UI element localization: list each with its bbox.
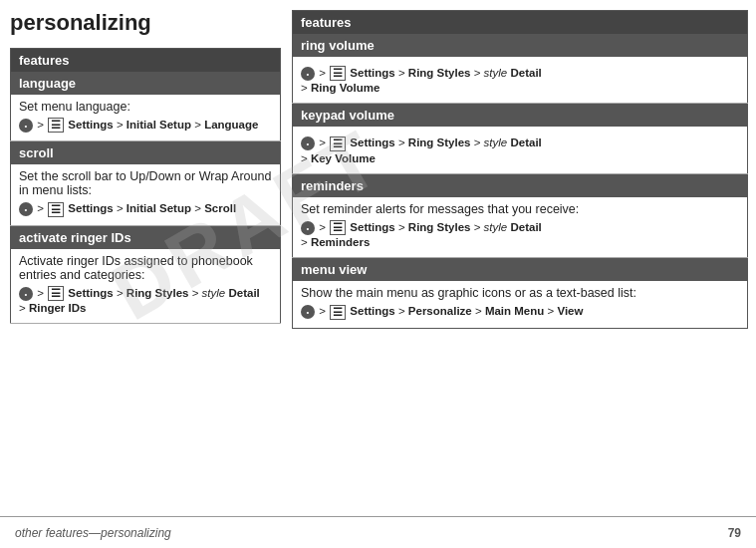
nav-gt4-ringer: > — [19, 302, 29, 314]
nav-gt2-rv: > — [398, 67, 408, 79]
left-section-language-label: language — [11, 72, 281, 95]
nav-detail-rv: Detail — [510, 67, 541, 79]
nav-settings-lang: Settings — [68, 119, 113, 131]
scroll-desc: Set the scroll bar to Up/Down or Wrap Ar… — [19, 169, 271, 197]
nav-gt2-rem: > — [398, 221, 408, 233]
nav-gt4-rem: > — [301, 236, 311, 248]
nav-gt4-kv: > — [301, 152, 311, 164]
nav-settings-rem: Settings — [350, 221, 394, 233]
left-table: features language Set menu language: — [10, 48, 281, 324]
right-table-header: features — [293, 11, 748, 35]
ringvol-nav-path: > ☰ Settings > Ring Styles > style Detai… — [301, 67, 542, 94]
scroll-updown: Up/Down — [129, 169, 180, 183]
bullet-icon-mv — [301, 305, 315, 319]
right-section-menuview: menu view — [293, 258, 748, 282]
nav-gt3-scroll: > — [194, 202, 204, 214]
left-content-ringer: Activate ringer IDs assigned to phoneboo… — [11, 249, 281, 324]
nav-settings-kv: Settings — [350, 137, 394, 148]
nav-gt2-lang: > — [117, 119, 126, 131]
right-section-keypadv: keypad volume — [293, 104, 748, 128]
settings-icon-rv: ☰ — [330, 66, 346, 81]
nav-ringstyles-rem: Ring Styles — [408, 221, 471, 233]
bullet-icon-keypadv — [301, 137, 315, 150]
nav-settings-mv: Settings — [350, 305, 394, 317]
nav-gt2-kv: > — [398, 137, 408, 148]
right-content-menuview: Show the main menu as graphic icons or a… — [293, 281, 748, 328]
bullet-icon-ringer — [19, 287, 33, 301]
nav-detail-kv: Detail — [510, 137, 541, 148]
left-content-ringer-cell: Activate ringer IDs assigned to phoneboo… — [11, 249, 281, 324]
nav-settings-scroll: Settings — [68, 202, 113, 214]
main-content: personalizing features language Set menu… — [0, 0, 756, 516]
right-content-keypadv-cell: > ☰ Settings > Ring Styles > style Detai… — [293, 127, 748, 173]
right-content-reminders-cell: Set reminder alerts for messages that yo… — [293, 197, 748, 258]
nav-gt1-ringer: > — [37, 287, 47, 299]
nav-initial-scroll: Initial Setup — [126, 202, 191, 214]
nav-mainmenu-mv: Main Menu — [485, 305, 544, 317]
page-wrapper: personalizing features language Set menu… — [0, 0, 756, 548]
nav-personalize-mv: Personalize — [408, 305, 472, 317]
language-desc: Set menu language: — [19, 100, 130, 114]
right-section-keypadv-label: keypad volume — [293, 104, 748, 128]
settings-icon-kv: ☰ — [330, 137, 346, 151]
right-section-ringvol-label: ring volume — [293, 34, 748, 57]
nav-gt2-scroll: > — [117, 202, 126, 214]
bullet-icon-rem — [301, 221, 315, 235]
left-section-scroll-label: scroll — [11, 141, 281, 165]
scroll-nav: > ☰ Settings > Initial Setup > Scroll — [19, 201, 272, 216]
right-section-reminders: reminders — [293, 173, 748, 197]
nav-ringvol-end: Ring Volume — [311, 82, 379, 94]
left-section-language: language — [11, 72, 281, 95]
nav-gt4-mv: > — [548, 305, 558, 317]
left-section-ringer-label: activate ringer IDs — [11, 225, 281, 249]
nav-gt3-ringer: > — [192, 287, 202, 299]
footer: other features—personalizing 79 — [0, 516, 756, 548]
right-content-ringvol: > ☰ Settings > Ring Styles > style Detai… — [293, 57, 748, 104]
nav-gt3-lang: > — [194, 119, 204, 131]
reminders-nav: > ☰ Settings > Ring Styles > style Detai… — [301, 220, 739, 249]
nav-gt3-rv: > — [474, 67, 484, 79]
bullet-icon-ringvol — [301, 67, 315, 81]
right-content-reminders: Set reminder alerts for messages that yo… — [293, 197, 748, 258]
language-nav: > ☰ Settings > Initial Setup > Language — [19, 118, 272, 133]
settings-icon-ringer: ☰ — [48, 286, 64, 301]
settings-icon-lang: ☰ — [48, 118, 64, 133]
nav-detail-ringer: Detail — [228, 287, 259, 299]
nav-settings-rv: Settings — [350, 67, 394, 79]
nav-reminders-end: Reminders — [311, 236, 370, 248]
left-section-scroll: scroll — [11, 141, 281, 165]
scroll-wraparound: Wrap Around — [199, 169, 272, 183]
nav-gt3-kv: > — [474, 137, 484, 148]
nav-gt1-mv: > — [319, 305, 329, 317]
nav-gt2-mv: > — [398, 305, 408, 317]
keypadv-nav: > ☰ Settings > Ring Styles > style Detai… — [301, 136, 739, 164]
nav-detail-rem: Detail — [510, 221, 541, 233]
reminders-nav-path: > ☰ Settings > Ring Styles > style Detai… — [301, 221, 542, 248]
nav-initial-lang: Initial Setup — [126, 119, 191, 131]
left-content-scroll-cell: Set the scroll bar to Up/Down or Wrap Ar… — [11, 164, 281, 225]
nav-gt1-kv: > — [319, 137, 329, 148]
nav-style-kv: style — [484, 137, 508, 148]
nav-gt4-rv: > — [301, 82, 311, 94]
left-panel: personalizing features language Set menu… — [0, 0, 284, 516]
footer-label: other features—personalizing — [15, 526, 171, 540]
nav-ringerids-end: Ringer IDs — [29, 302, 87, 314]
nav-gt3-mv: > — [475, 305, 485, 317]
left-table-header-row: features — [11, 49, 281, 73]
nav-gt3-rem: > — [474, 221, 484, 233]
settings-icon-scroll: ☰ — [48, 202, 64, 217]
right-table: features ring volume > ☰ — [292, 10, 748, 329]
left-content-language-cell: Set menu language: > ☰ Settings > Initia… — [11, 95, 281, 141]
right-panel: features ring volume > ☰ — [284, 0, 756, 516]
nav-gt1-rv: > — [319, 67, 329, 79]
right-content-menuview-cell: Show the main menu as graphic icons or a… — [293, 281, 748, 328]
right-section-ringvol: ring volume — [293, 34, 748, 57]
left-table-header: features — [11, 49, 281, 73]
menuview-desc: Show the main menu as graphic icons or a… — [301, 286, 636, 300]
nav-gt1: > — [37, 119, 47, 131]
right-section-menuview-label: menu view — [293, 258, 748, 282]
nav-settings-ringer: Settings — [68, 287, 113, 299]
ringvol-nav: > ☰ Settings > Ring Styles > style Detai… — [301, 66, 739, 95]
nav-gt2-ringer: > — [117, 287, 126, 299]
nav-ringstyles-ringer: Ring Styles — [126, 287, 189, 299]
